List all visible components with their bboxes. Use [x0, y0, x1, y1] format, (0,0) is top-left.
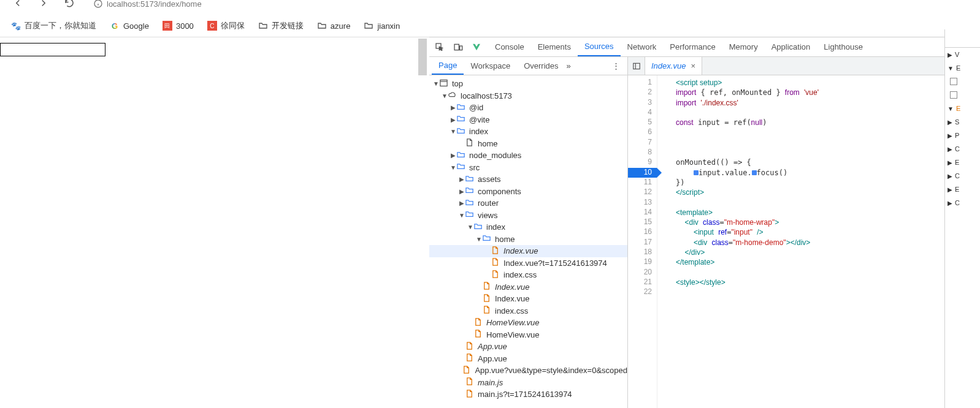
line-gutter[interactable]: 12345678910111213141516171819202122 [628, 75, 657, 408]
tab-console[interactable]: Console [488, 37, 531, 56]
inspect-icon[interactable] [434, 42, 445, 53]
tree-row[interactable]: ▼localhost:5173 [429, 90, 627, 102]
tree-row[interactable]: ▶@id [429, 102, 627, 114]
line-number[interactable]: 4 [628, 108, 657, 118]
tree-row[interactable]: HomeView.vue [429, 317, 627, 329]
scrollbar-thumb[interactable] [418, 39, 427, 75]
rs-scope[interactable]: ▼E [945, 102, 980, 115]
bookmark-devlinks[interactable]: 开发链接 [258, 20, 304, 31]
device-toggle-icon[interactable] [453, 42, 464, 53]
toggle-navigator-icon[interactable] [628, 57, 645, 75]
tree-row[interactable]: ▶router [429, 197, 627, 210]
rs-csp[interactable]: ▶E [945, 183, 980, 196]
tab-lighthouse[interactable]: Lighthouse [817, 37, 870, 56]
tree-row[interactable]: Index.vue [429, 245, 627, 257]
code-area[interactable]: <script setup> import { ref, onMounted }… [657, 75, 979, 408]
line-number[interactable]: 3 [628, 98, 657, 108]
rs-other[interactable]: ▶C [945, 196, 980, 210]
line-number[interactable]: 12 [628, 187, 657, 197]
line-number[interactable]: 17 [628, 238, 657, 247]
tree-row[interactable]: ▼index [429, 126, 627, 138]
tree-row[interactable]: main.js [429, 377, 627, 389]
sources-menu-icon[interactable]: ⋮ [607, 61, 625, 70]
subtab-workspace[interactable]: Workspace [464, 57, 517, 75]
tab-performance[interactable]: Performance [663, 37, 722, 56]
bookmark-google[interactable]: G Google [110, 21, 149, 31]
line-number[interactable]: 19 [628, 257, 657, 267]
line-number[interactable]: 11 [628, 178, 657, 187]
line-number[interactable]: 21 [628, 278, 657, 287]
tab-network[interactable]: Network [621, 37, 664, 56]
line-number[interactable]: 2 [628, 88, 657, 97]
bookmark-baidu[interactable]: 🐾 百度一下，你就知道 [11, 20, 96, 31]
bookmark-3000[interactable]: 田 3000 [163, 21, 194, 31]
tree-row[interactable]: Index.vue [429, 293, 627, 305]
editor-file-tab[interactable]: Index.vue × [645, 57, 702, 75]
tree-row[interactable]: main.js?t=1715241613974 [429, 388, 627, 401]
line-number[interactable]: 18 [628, 247, 657, 257]
forward-button[interactable] [38, 0, 49, 10]
rs-bp2[interactable] [945, 88, 980, 102]
bookmark-azure[interactable]: azure [317, 21, 351, 31]
tree-row[interactable]: home [429, 138, 627, 150]
rs-bp1[interactable] [945, 75, 980, 88]
line-number[interactable]: 22 [628, 287, 657, 297]
line-number[interactable]: 15 [628, 217, 657, 227]
page-viewport [0, 37, 429, 408]
rs-xhr[interactable]: ▶P [945, 129, 980, 142]
tree-row[interactable]: ▼views [429, 210, 627, 222]
tree-row[interactable]: ▶@vite [429, 114, 627, 126]
address-bar[interactable]: localhost:5173/index/home [93, 0, 202, 9]
google-icon: G [110, 21, 120, 31]
tree-row[interactable]: ▼home [429, 233, 627, 246]
line-number[interactable]: 14 [628, 208, 657, 217]
line-number[interactable]: 5 [628, 118, 657, 127]
tree-row[interactable]: ▶node_modules [429, 149, 627, 162]
tab-sources[interactable]: Sources [578, 37, 621, 56]
line-number[interactable]: 16 [628, 227, 657, 237]
tree-row[interactable]: ▼index [429, 221, 627, 233]
subtab-overrides[interactable]: Overrides [517, 57, 565, 75]
line-number[interactable]: 10 [628, 168, 657, 178]
bookmark-xutongbao[interactable]: C 徐同保 [207, 20, 245, 31]
subtab-page[interactable]: Page [432, 57, 464, 75]
tree-row[interactable]: App.vue [429, 341, 627, 353]
tree-row[interactable]: index.css [429, 305, 627, 317]
tree-row[interactable]: index.css [429, 269, 627, 281]
tab-elements[interactable]: Elements [531, 37, 578, 56]
rs-watch[interactable]: ▶V [945, 48, 980, 61]
line-number[interactable]: 6 [628, 127, 657, 137]
tree-row[interactable]: ▼src [429, 162, 627, 174]
tab-memory[interactable]: Memory [722, 37, 765, 56]
ofile-icon [473, 317, 483, 328]
more-subtabs-icon[interactable]: » [567, 61, 571, 70]
line-number[interactable]: 13 [628, 198, 657, 208]
vue-devtools-icon[interactable] [471, 42, 482, 53]
tree-row[interactable]: Index.vue [429, 281, 627, 293]
viewport-scrollbar[interactable] [418, 39, 427, 408]
back-button[interactable] [12, 0, 23, 10]
tree-row[interactable]: App.vue?vue&type=style&index=0&scoped [429, 365, 627, 377]
rs-dom[interactable]: ▶C [945, 142, 980, 156]
reload-button[interactable] [64, 0, 75, 10]
tree-row[interactable]: ▶components [429, 186, 627, 198]
rs-event[interactable]: ▶C [945, 169, 980, 183]
line-number[interactable]: 8 [628, 148, 657, 157]
rs-breakpoints[interactable]: ▼E [945, 61, 980, 75]
tree-row[interactable]: ▶assets [429, 173, 627, 186]
tree-row[interactable]: Index.vue?t=1715241613974 [429, 257, 627, 270]
rs-global[interactable]: ▶E [945, 156, 980, 169]
tab-application[interactable]: Application [765, 37, 817, 56]
close-tab-icon[interactable]: × [691, 61, 695, 70]
line-number[interactable]: 7 [628, 138, 657, 148]
tree-row[interactable]: App.vue [429, 353, 627, 365]
tree-row[interactable]: HomeView.vue [429, 329, 627, 341]
line-number[interactable]: 1 [628, 78, 657, 88]
file-tree[interactable]: ▼top▼localhost:5173▶@id▶@vite▼indexhome▶… [429, 75, 627, 408]
tree-row[interactable]: ▼top [429, 78, 627, 90]
bookmark-jianxin[interactable]: jianxin [364, 21, 400, 31]
rs-stack[interactable]: ▶S [945, 115, 980, 129]
line-number[interactable]: 9 [628, 157, 657, 167]
line-number[interactable]: 20 [628, 268, 657, 278]
page-input[interactable] [0, 43, 105, 56]
